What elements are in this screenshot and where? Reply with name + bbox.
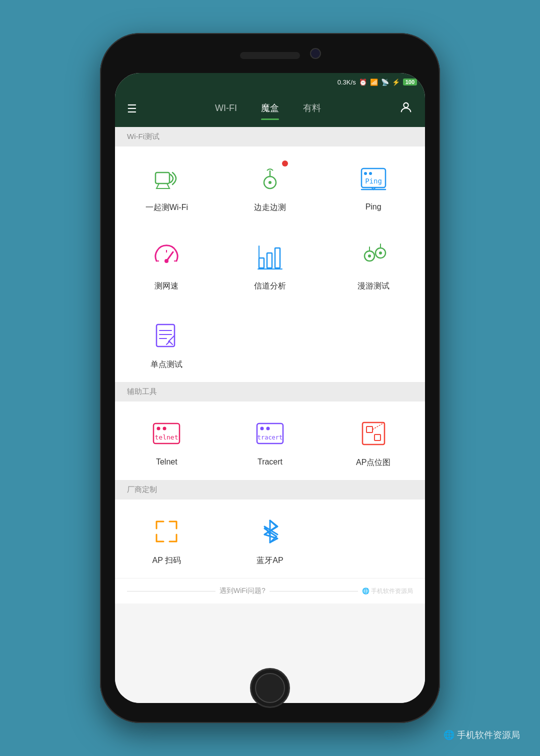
bluetooth-icon — [252, 514, 288, 550]
item-telnet[interactable]: telnet Telnet — [115, 402, 218, 480]
signal-icon: 📶 — [370, 78, 378, 86]
battery-indicator: 100 — [403, 78, 417, 86]
channel-analysis-label: 信道分析 — [254, 281, 286, 292]
home-button[interactable] — [250, 668, 290, 708]
tab-magic-box[interactable]: 魔盒 — [261, 102, 279, 116]
speed-indicator: 0.3K/s — [338, 78, 356, 86]
roam-test-label: 漫游测试 — [358, 281, 390, 292]
ap-scan-label: AP 扫码 — [152, 556, 182, 566]
tab-you料[interactable]: 有料 — [303, 102, 321, 116]
wifi-test-icon — [148, 160, 184, 196]
svg-rect-16 — [275, 248, 280, 268]
svg-text:tracert: tracert — [258, 434, 283, 441]
status-bar: 0.3K/s ⏰ 📶 📡 ⚡ 100 — [115, 73, 425, 91]
notification-dot — [282, 160, 288, 166]
menu-button[interactable]: ☰ — [127, 102, 137, 116]
svg-point-31 — [260, 427, 264, 430]
svg-rect-34 — [362, 422, 384, 444]
walk-test-label: 边走边测 — [254, 202, 286, 213]
speed-test-label: 测网速 — [154, 281, 178, 292]
item-ap-scan[interactable]: AP 扫码 — [115, 500, 218, 578]
alarm-icon: ⏰ — [359, 78, 367, 86]
svg-rect-15 — [267, 253, 272, 268]
tab-wifi[interactable]: WI-FI — [215, 103, 237, 116]
phone-frame: 0.3K/s ⏰ 📶 📡 ⚡ 100 ☰ WI-FI 魔盒 有料 — [100, 33, 440, 723]
svg-rect-36 — [374, 434, 380, 440]
item-channel-analysis[interactable]: 信道分析 — [218, 225, 322, 304]
ap-map-icon — [356, 416, 392, 452]
svg-point-7 — [369, 172, 372, 175]
svg-rect-14 — [259, 258, 264, 268]
section-wifi-test-header: Wi-Fi测试 — [115, 127, 425, 146]
footer-watermark-small: 🌐 手机软件资源局 — [362, 587, 413, 596]
single-test-icon — [148, 318, 184, 354]
svg-rect-1 — [156, 172, 170, 184]
ap-map-label: AP点位图 — [356, 458, 390, 468]
svg-line-37 — [372, 422, 384, 430]
section-vendor-header: 厂商定制 — [115, 480, 425, 500]
item-walk-test[interactable]: 边走边测 — [218, 146, 322, 225]
item-speed-test[interactable]: 测网速 — [115, 225, 218, 304]
speed-test-icon — [148, 239, 184, 275]
tools-grid: telnet Telnet tracert — [115, 402, 425, 480]
phone-camera — [310, 48, 321, 59]
svg-text:Ping: Ping — [365, 177, 382, 185]
footer-line-left — [127, 591, 216, 592]
channel-analysis-icon — [252, 239, 288, 275]
item-single-test[interactable]: 单点测试 — [115, 304, 218, 382]
telnet-icon: telnet — [148, 416, 184, 452]
ping-icon: Ping — [356, 160, 392, 196]
home-button-inner — [255, 673, 285, 703]
nav-bar: ☰ WI-FI 魔盒 有料 — [115, 91, 425, 127]
wifi-icon: 📡 — [381, 78, 389, 86]
svg-point-10 — [164, 259, 168, 263]
wifi-test-grid: 一起测Wi-Fi 边走边测 — [115, 146, 425, 382]
qr-scan-icon — [148, 514, 184, 550]
watermark: 🌐 手机软件资源局 — [444, 729, 520, 741]
svg-point-4 — [268, 181, 272, 184]
content-area: Wi-Fi测试 一起测Wi-Fi — [115, 127, 425, 703]
roam-test-icon — [356, 239, 392, 275]
single-test-label: 单点测试 — [150, 360, 182, 370]
walk-test-icon — [252, 160, 288, 196]
tracert-icon: tracert — [252, 416, 288, 452]
svg-point-18 — [368, 254, 371, 258]
svg-line-25 — [168, 336, 174, 342]
tracert-label: Tracert — [258, 458, 282, 466]
svg-point-32 — [266, 427, 270, 430]
vendor-grid: AP 扫码 蓝牙AP — [115, 500, 425, 578]
svg-rect-35 — [366, 426, 372, 432]
nav-tabs: WI-FI 魔盒 有料 — [137, 102, 399, 116]
phone-screen: 0.3K/s ⏰ 📶 📡 ⚡ 100 ☰ WI-FI 魔盒 有料 — [115, 73, 425, 703]
svg-point-20 — [379, 252, 382, 254]
svg-point-28 — [163, 427, 166, 430]
svg-point-0 — [404, 103, 408, 108]
item-tracert[interactable]: tracert Tracert — [218, 402, 322, 480]
svg-point-27 — [157, 427, 160, 430]
user-icon-button[interactable] — [399, 100, 413, 118]
charging-icon: ⚡ — [392, 78, 400, 86]
telnet-label: Telnet — [156, 458, 178, 466]
item-ping[interactable]: Ping Ping — [322, 146, 425, 225]
svg-point-6 — [364, 172, 367, 175]
section-tools-header: 辅助工具 — [115, 382, 425, 402]
svg-text:telnet: telnet — [155, 434, 178, 441]
wifi-test-label: 一起测Wi-Fi — [146, 202, 188, 213]
phone-speaker — [240, 52, 300, 59]
footer-line-right — [270, 591, 358, 592]
item-ap-map[interactable]: AP点位图 — [322, 402, 425, 480]
ping-label: Ping — [366, 202, 382, 212]
footer-area: 遇到WiFi问题? 🌐 手机软件资源局 — [115, 578, 425, 604]
status-icons: 0.3K/s ⏰ 📶 📡 ⚡ 100 — [338, 78, 417, 86]
footer-text: 遇到WiFi问题? — [220, 586, 266, 596]
item-bluetooth-ap[interactable]: 蓝牙AP — [218, 500, 322, 578]
bluetooth-ap-label: 蓝牙AP — [256, 556, 283, 566]
item-roam-test[interactable]: 漫游测试 — [322, 225, 425, 304]
item-wifi-test[interactable]: 一起测Wi-Fi — [115, 146, 218, 225]
